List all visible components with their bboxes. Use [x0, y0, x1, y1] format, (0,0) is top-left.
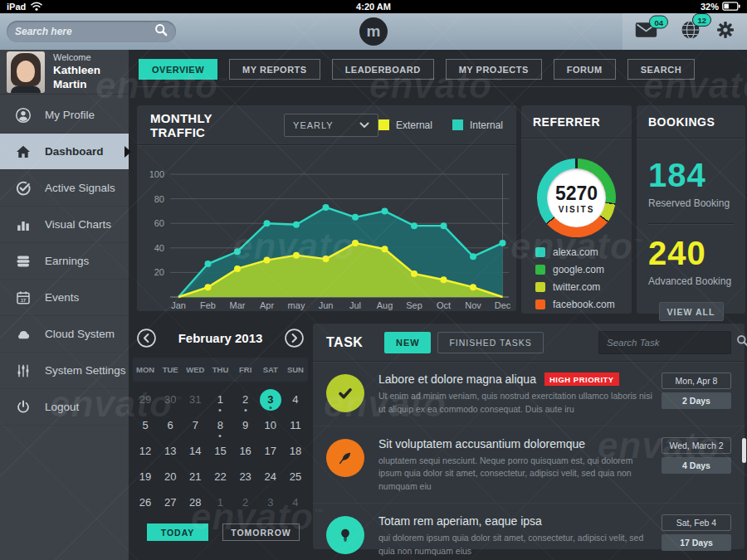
- svg-text:60: 60: [154, 218, 164, 228]
- task-row[interactable]: Labore et dolore magna aliquaHIGH PRIORI…: [313, 362, 745, 426]
- settings-button[interactable]: [715, 20, 735, 43]
- svg-text:Feb: Feb: [200, 300, 216, 310]
- calendar-day[interactable]: 25: [283, 464, 308, 489]
- task-description: Ut enim ad minim veniam, quis nostrud ex…: [378, 390, 653, 416]
- task-days-badge: 17 Days: [662, 534, 731, 551]
- scrollbar[interactable]: [742, 438, 746, 463]
- header-search[interactable]: [7, 21, 176, 42]
- calendar-day[interactable]: 27: [158, 489, 183, 515]
- calendar-day[interactable]: 1: [208, 489, 232, 515]
- calendar-day[interactable]: 14: [183, 438, 208, 464]
- calendar-day-number: 24: [260, 466, 281, 488]
- calendar-day[interactable]: 3: [258, 387, 283, 412]
- calendar-day-number: 15: [209, 441, 231, 462]
- calendar-dow-label: SAT: [258, 365, 283, 374]
- calendar-day[interactable]: 13: [158, 438, 183, 464]
- tab-search[interactable]: SEARCH: [627, 59, 695, 80]
- sidebar-item-system-settings[interactable]: System Settings: [0, 353, 129, 389]
- calendar-day[interactable]: 30: [158, 387, 183, 412]
- calendar-day[interactable]: 12: [133, 438, 158, 464]
- task-row[interactable]: Totam rem aperiam, eaque ipsaqui dolorem…: [313, 504, 745, 560]
- calendar-day[interactable]: 24: [258, 464, 283, 489]
- network-button[interactable]: 12: [681, 20, 701, 43]
- profile-card[interactable]: Welcome Kathleen Martin: [0, 50, 129, 95]
- tomorrow-button[interactable]: TOMORROW: [222, 523, 300, 541]
- bookings-title: BOOKINGS: [637, 105, 745, 139]
- task-search[interactable]: [598, 331, 731, 354]
- task-date-badge: Mon, Apr 8: [662, 373, 731, 389]
- calendar-day[interactable]: 9: [233, 412, 258, 438]
- search-icon[interactable]: [736, 334, 747, 350]
- svg-text:Oct: Oct: [437, 300, 451, 310]
- sidebar-item-events[interactable]: 17Events: [0, 280, 129, 316]
- calendar-prev-button[interactable]: [137, 329, 156, 348]
- svg-text:17: 17: [21, 297, 26, 302]
- period-dropdown[interactable]: YEARLY: [284, 114, 378, 137]
- view-all-button[interactable]: VIEW ALL: [659, 302, 724, 321]
- calendar-day[interactable]: 22: [208, 464, 232, 489]
- calendar-day[interactable]: 31: [183, 387, 208, 412]
- calendar-day[interactable]: 29: [133, 387, 158, 412]
- calendar-day[interactable]: 6: [158, 412, 183, 438]
- sidebar-item-my-profile[interactable]: My Profile: [0, 97, 129, 134]
- check-circle-icon: [15, 180, 32, 197]
- power-icon: [15, 399, 32, 416]
- referrer-donut-chart: 5270 VISITS: [537, 158, 616, 237]
- today-button[interactable]: TODAY: [147, 523, 208, 541]
- calendar-day-number: 22: [209, 466, 231, 488]
- sidebar-item-earnings[interactable]: Earnings: [0, 243, 129, 280]
- calendar-day[interactable]: 2: [233, 489, 258, 515]
- referrer-legend-item: alexa.com: [535, 246, 615, 258]
- sidebar-item-label: Earnings: [45, 255, 89, 267]
- finished-tasks-button[interactable]: FINISHED TASKS: [437, 332, 543, 353]
- calendar-day[interactable]: 23: [233, 464, 258, 489]
- gear-icon: [715, 28, 735, 42]
- calendar-day[interactable]: 4: [283, 489, 308, 515]
- calendar-day[interactable]: 15: [208, 438, 232, 464]
- tab-forum[interactable]: FORUM: [554, 59, 616, 80]
- calendar-day[interactable]: 10: [258, 412, 283, 438]
- sidebar-item-dashboard[interactable]: Dashboard: [0, 134, 129, 170]
- calendar-day[interactable]: 17: [258, 438, 283, 464]
- messages-button[interactable]: 04: [635, 22, 657, 41]
- calendar-day[interactable]: 21: [183, 464, 208, 489]
- visits-label: VISITS: [537, 205, 616, 214]
- calendar-month-title: February 2013: [178, 331, 263, 345]
- svg-text:may: may: [288, 300, 305, 310]
- calendar-day[interactable]: 7: [183, 412, 208, 438]
- calendar-day[interactable]: 4: [283, 387, 308, 412]
- bulb-icon: [326, 516, 364, 554]
- calendar-day[interactable]: 26: [133, 489, 158, 515]
- calendar-day[interactable]: 19: [133, 464, 158, 489]
- calendar-day[interactable]: 28: [183, 489, 208, 515]
- tab-my-projects[interactable]: MY PROJECTS: [446, 59, 542, 80]
- sidebar-item-cloud-system[interactable]: Cloud System: [0, 316, 129, 353]
- calendar-day[interactable]: 5: [133, 412, 158, 438]
- task-row[interactable]: Sit voluptatem accusantium doloremqueolu…: [313, 426, 745, 504]
- search-input[interactable]: [15, 26, 154, 37]
- event-dot: [244, 409, 247, 411]
- calendar-day[interactable]: 18: [283, 438, 308, 464]
- tab-leaderboard[interactable]: LEADERBOARD: [332, 59, 434, 80]
- traffic-title: MONTHLY TRAFFIC: [150, 111, 266, 139]
- chevron-down-icon: [359, 122, 369, 129]
- calendar-day[interactable]: 1: [208, 387, 232, 412]
- sidebar-item-logout[interactable]: Logout: [0, 389, 129, 426]
- calendar-next-button[interactable]: [285, 329, 304, 348]
- calendar-day[interactable]: 8: [208, 412, 232, 438]
- calendar-day-number: 16: [235, 441, 256, 462]
- tab-overview[interactable]: OVERVIEW: [139, 59, 217, 80]
- tab-my-reports[interactable]: MY REPORTS: [229, 59, 320, 80]
- calendar-day[interactable]: 3: [258, 489, 283, 515]
- search-icon[interactable]: [154, 23, 168, 40]
- calendar-day[interactable]: 11: [283, 412, 308, 438]
- calendar-day[interactable]: 16: [233, 438, 258, 464]
- calendar-dow-label: SUN: [283, 365, 308, 374]
- new-task-button[interactable]: NEW: [384, 332, 431, 353]
- sidebar-item-active-signals[interactable]: Active Signals: [0, 170, 129, 207]
- task-search-input[interactable]: [607, 338, 736, 348]
- calendar-day[interactable]: 2: [233, 387, 258, 412]
- sidebar-item-visual-charts[interactable]: Visual Charts: [0, 207, 129, 243]
- legend-label: twitter.com: [553, 281, 600, 293]
- calendar-day[interactable]: 20: [158, 464, 183, 489]
